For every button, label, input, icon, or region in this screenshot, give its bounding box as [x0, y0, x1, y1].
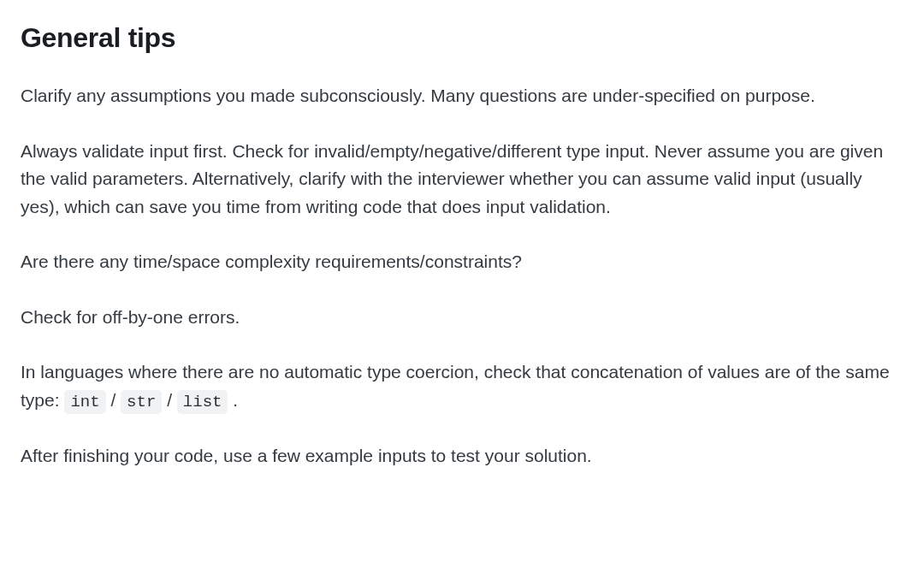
code-token-str: str — [121, 390, 162, 414]
separator: / — [162, 390, 177, 410]
tip-paragraph: Always validate input first. Check for i… — [21, 138, 903, 222]
tip-paragraph: Clarify any assumptions you made subcons… — [21, 82, 903, 110]
section-heading: General tips — [21, 17, 903, 58]
tip-paragraph: Are there any time/space complexity requ… — [21, 248, 903, 276]
tip-paragraph: Check for off-by-one errors. — [21, 304, 903, 332]
code-token-list: list — [177, 390, 228, 414]
tip-paragraph: In languages where there are no automati… — [21, 358, 903, 415]
tip-text: . — [228, 390, 238, 410]
tip-paragraph: After finishing your code, use a few exa… — [21, 442, 903, 470]
separator: / — [106, 390, 121, 410]
code-token-int: int — [64, 390, 105, 414]
